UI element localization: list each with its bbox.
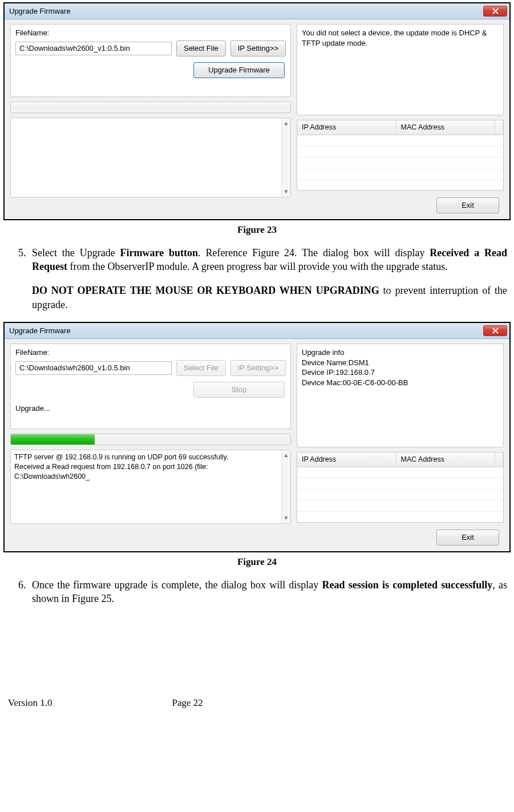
file-select-panel: FileName: C:\Downloads\wh2600_v1.0.5.bin… — [10, 24, 291, 97]
device-mac: Device Mac:00-0E-C6-00-00-BB — [302, 378, 499, 388]
step-6: Once the firmware upgrade is complete, t… — [29, 578, 507, 606]
filename-input[interactable]: C:\Downloads\wh2600_v1.0.5.bin — [15, 361, 172, 375]
ip-setting-button: IP Setting>> — [230, 360, 286, 376]
footer-version: Version 1.0 — [8, 697, 52, 710]
page-footer: Version 1.0 Page 22 — [3, 697, 511, 710]
device-ip: Device IP:192.168.0.7 — [302, 367, 499, 378]
log-output[interactable]: ▲ ▼ — [10, 118, 291, 197]
table-row — [297, 135, 503, 146]
log-line: Received a Read request from 192.168.0.7… — [14, 462, 280, 482]
close-button[interactable] — [483, 325, 507, 336]
scrollbar[interactable]: ▲ ▼ — [281, 450, 290, 523]
log-line: TFTP server @ 192.168.0.9 is running on … — [14, 453, 280, 462]
table-row — [297, 467, 503, 478]
select-file-button[interactable]: Select File — [176, 41, 226, 56]
table-row — [297, 512, 503, 522]
col-mac-address[interactable]: MAC Address — [396, 453, 496, 467]
table-row — [297, 490, 503, 500]
table-row — [297, 500, 503, 511]
col-mac-address[interactable]: MAC Address — [396, 120, 496, 135]
titlebar: Upgrade Firmware — [5, 3, 509, 19]
exit-button[interactable]: Exit — [436, 197, 499, 213]
figure-caption-23: Figure 23 — [3, 224, 511, 237]
upgrade-info-panel: Upgrade info Device Name:DSM1 Device IP:… — [297, 344, 504, 447]
file-select-panel: FileName: C:\Downloads\wh2600_v1.0.5.bin… — [10, 344, 291, 429]
close-button[interactable] — [483, 6, 507, 17]
table-row — [297, 168, 503, 179]
progress-bar — [10, 102, 291, 113]
device-name: Device Name:DSM1 — [302, 358, 499, 368]
ip-setting-button[interactable]: IP Setting>> — [230, 41, 286, 56]
filename-label: FileName: — [15, 28, 286, 38]
select-file-button: Select File — [176, 360, 226, 376]
col-ip-address[interactable]: IP Address — [297, 453, 396, 467]
close-icon — [492, 8, 499, 14]
step-5: Select the Upgrade Firmware button. Refe… — [29, 246, 507, 312]
scrollbar[interactable]: ▲ ▼ — [281, 118, 290, 197]
upgrade-firmware-dialog-1: Upgrade Firmware FileName: C:\Downloads\… — [3, 2, 511, 220]
scroll-down-icon[interactable]: ▼ — [282, 188, 290, 196]
scroll-down-icon[interactable]: ▼ — [282, 514, 290, 522]
close-icon — [492, 328, 499, 334]
progress-bar — [10, 434, 291, 445]
device-table: IP Address MAC Address — [297, 120, 504, 191]
stop-button: Stop — [193, 382, 285, 398]
table-row — [297, 146, 503, 157]
scroll-up-icon[interactable]: ▲ — [282, 119, 290, 127]
upgrade-firmware-button[interactable]: Upgrade Firmware — [193, 62, 285, 78]
figure-caption-24: Figure 24 — [3, 556, 511, 569]
window-title: Upgrade Firmware — [9, 326, 71, 336]
footer-page: Page 22 — [172, 697, 203, 710]
device-table: IP Address MAC Address — [297, 452, 504, 523]
filename-label: FileName: — [15, 348, 286, 358]
window-title: Upgrade Firmware — [9, 6, 71, 17]
exit-button[interactable]: Exit — [436, 530, 499, 546]
upgrade-status-label: Upgrade... — [15, 403, 286, 414]
upgrade-info-label: Upgrade info — [302, 348, 499, 358]
notice-text: You did not select a device, the update … — [302, 28, 499, 48]
titlebar: Upgrade Firmware — [5, 323, 509, 339]
scroll-up-icon[interactable]: ▲ — [282, 451, 290, 459]
log-output[interactable]: TFTP server @ 192.168.0.9 is running on … — [10, 450, 291, 524]
notice-panel: You did not select a device, the update … — [297, 24, 504, 115]
filename-input[interactable]: C:\Downloads\wh2600_v1.0.5.bin — [15, 42, 172, 55]
col-ip-address[interactable]: IP Address — [297, 120, 396, 135]
table-row — [297, 157, 503, 168]
upgrade-firmware-dialog-2: Upgrade Firmware FileName: C:\Downloads\… — [3, 322, 511, 552]
table-row — [297, 478, 503, 489]
table-row — [297, 180, 503, 190]
